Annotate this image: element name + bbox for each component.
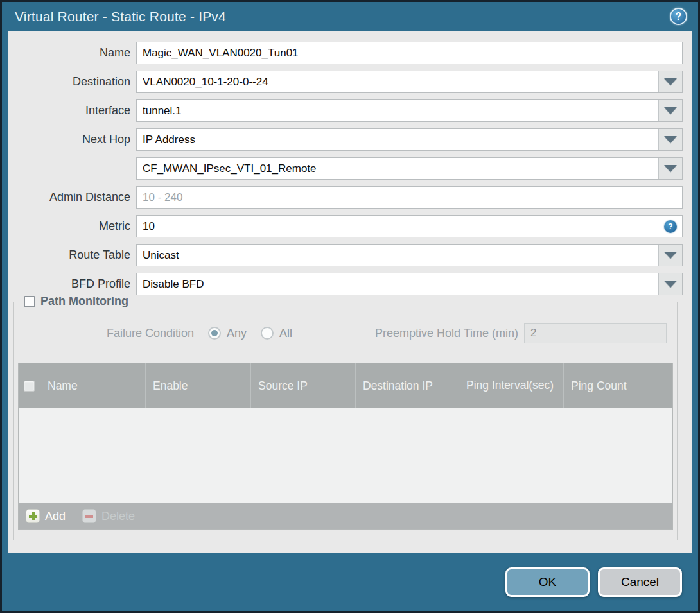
interface-dropdown-button[interactable] [658, 100, 682, 121]
failure-condition-label: Failure Condition [107, 327, 194, 340]
info-icon[interactable]: ? [664, 220, 677, 233]
bfd-profile-field-wrap [136, 273, 683, 295]
next-hop-field-wrap [136, 128, 683, 151]
table-toolbar: Add Delete [19, 503, 672, 529]
help-icon[interactable]: ? [670, 8, 687, 25]
radio-any[interactable] [208, 327, 221, 340]
row-interface: Interface [8, 99, 683, 122]
path-monitoring-options-row: Failure Condition Any All Preemptive Hol… [14, 323, 667, 343]
name-label: Name [8, 46, 136, 60]
add-button[interactable]: Add [26, 509, 66, 523]
table-body-empty [19, 408, 672, 503]
name-field-wrap [136, 42, 683, 64]
next-hop-dropdown-button[interactable] [658, 129, 682, 150]
path-monitoring-section: Path Monitoring Failure Condition Any Al… [13, 302, 678, 540]
chevron-down-icon [664, 136, 677, 143]
destination-field-wrap [136, 71, 683, 93]
ok-button[interactable]: OK [505, 567, 590, 597]
next-hop-type-input[interactable] [137, 129, 658, 150]
table-header-checkbox-cell [19, 363, 40, 408]
row-name: Name [8, 42, 683, 64]
row-metric: Metric ? [8, 215, 683, 237]
chevron-down-icon [664, 107, 677, 114]
destination-dropdown-button[interactable] [658, 71, 682, 92]
row-bfd-profile: BFD Profile [8, 273, 683, 295]
destination-input[interactable] [137, 71, 658, 92]
radio-all-label: All [279, 327, 292, 340]
add-icon [26, 509, 40, 523]
next-hop-address-field-wrap [136, 157, 683, 180]
next-hop-label: Next Hop [8, 133, 136, 146]
interface-field-wrap [136, 99, 683, 122]
interface-label: Interface [8, 104, 136, 117]
name-input[interactable] [137, 42, 682, 64]
path-monitoring-legend: Path Monitoring [19, 295, 133, 308]
bfd-profile-input[interactable] [137, 273, 658, 295]
row-admin-distance: Admin Distance [8, 186, 683, 209]
chevron-down-icon [664, 78, 677, 85]
path-monitoring-table: Name Enable Source IP Destination IP Pin… [18, 363, 673, 530]
preemptive-hold-time-group: Preemptive Hold Time (min) [375, 323, 667, 343]
add-button-label: Add [45, 510, 66, 523]
next-hop-address-input[interactable] [137, 158, 658, 179]
metric-input[interactable] [137, 216, 682, 237]
column-header-ping-interval: Ping Interval(sec) [459, 363, 564, 408]
metric-label: Metric [8, 220, 136, 233]
radio-all[interactable] [261, 327, 274, 340]
bfd-profile-label: BFD Profile [8, 277, 136, 291]
delete-button-label: Delete [101, 510, 135, 523]
column-header-source-ip: Source IP [251, 363, 356, 408]
path-monitoring-checkbox[interactable] [24, 296, 35, 307]
chevron-down-icon [664, 252, 677, 259]
preemptive-hold-time-label: Preemptive Hold Time (min) [375, 327, 518, 340]
destination-label: Destination [8, 75, 136, 89]
route-table-field-wrap [136, 244, 683, 266]
delete-button[interactable]: Delete [82, 509, 135, 523]
row-next-hop-address [8, 157, 683, 180]
admin-distance-label: Admin Distance [8, 191, 136, 204]
dialog-content: Name Destination Interface Next Hop [8, 31, 692, 553]
row-destination: Destination [8, 71, 683, 93]
metric-field-wrap: ? [136, 215, 683, 237]
row-route-table: Route Table [8, 244, 683, 266]
column-header-enable: Enable [146, 363, 251, 408]
column-header-destination-ip: Destination IP [356, 363, 459, 408]
admin-distance-field-wrap [136, 186, 683, 209]
row-next-hop: Next Hop [8, 128, 683, 151]
preemptive-hold-time-input[interactable] [524, 323, 667, 343]
dialog-titlebar: Virtual Router - Static Route - IPv4 ? [2, 2, 698, 31]
path-monitoring-title: Path Monitoring [40, 295, 128, 308]
interface-input[interactable] [137, 100, 658, 121]
chevron-down-icon [664, 165, 677, 172]
route-table-label: Route Table [8, 248, 136, 262]
static-route-dialog: Virtual Router - Static Route - IPv4 ? N… [0, 0, 700, 613]
dialog-footer: OK Cancel [2, 553, 698, 611]
admin-distance-input[interactable] [137, 187, 682, 208]
bfd-profile-dropdown-button[interactable] [658, 273, 682, 295]
table-header-row: Name Enable Source IP Destination IP Pin… [19, 363, 672, 408]
dialog-title: Virtual Router - Static Route - IPv4 [15, 9, 226, 24]
delete-icon [82, 509, 96, 523]
route-table-dropdown-button[interactable] [658, 245, 682, 266]
cancel-button[interactable]: Cancel [598, 567, 682, 597]
failure-condition-radio-group: Any All [194, 327, 292, 340]
radio-any-label: Any [227, 327, 247, 340]
column-header-name: Name [40, 363, 146, 408]
select-all-checkbox[interactable] [24, 381, 35, 392]
route-table-input[interactable] [137, 245, 658, 266]
next-hop-address-dropdown-button[interactable] [658, 158, 682, 179]
column-header-ping-count: Ping Count [564, 363, 672, 408]
chevron-down-icon [664, 281, 677, 288]
